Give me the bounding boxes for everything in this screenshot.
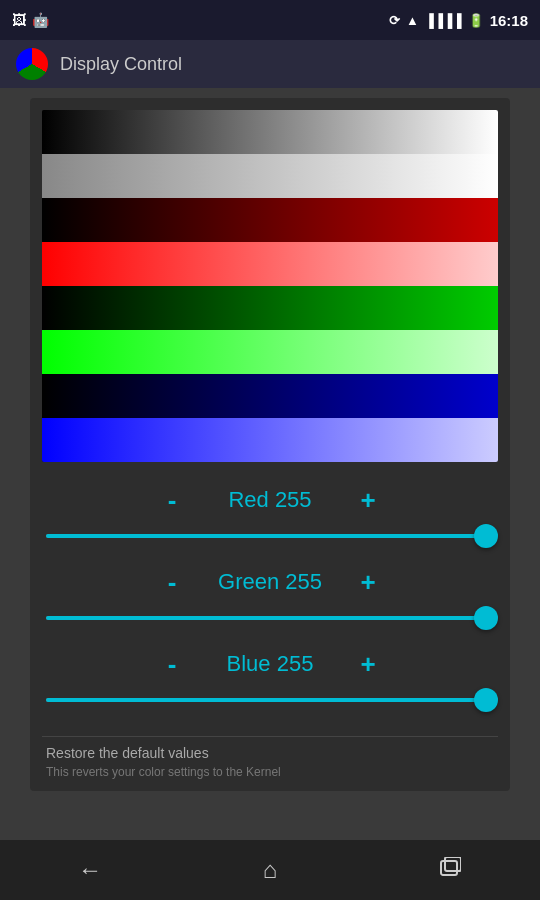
swatch-black-white — [42, 110, 498, 154]
color-panel — [42, 110, 498, 462]
home-button[interactable] — [240, 840, 300, 900]
swatch-dark-green — [42, 286, 498, 330]
svg-rect-1 — [445, 857, 461, 871]
red-slider-thumb[interactable] — [474, 524, 498, 548]
green-slider-thumb[interactable] — [474, 606, 498, 630]
orientation-icon: ⟳ — [389, 13, 400, 28]
dialog: - Red 255 + - Green 255 + — [30, 98, 510, 791]
green-label: Green 255 — [210, 569, 330, 595]
blue-decrement-button[interactable]: - — [154, 646, 190, 682]
controls: - Red 255 + - Green 255 + — [42, 478, 498, 732]
swatch-gray — [42, 154, 498, 198]
recents-icon — [439, 857, 461, 883]
status-bar-left: 🖼 🤖 — [12, 12, 49, 28]
blue-control-row: - Blue 255 + — [42, 646, 498, 710]
red-slider-fill — [46, 534, 494, 538]
red-decrement-button[interactable]: - — [154, 482, 190, 518]
red-slider-container[interactable] — [42, 526, 498, 546]
app-logo — [16, 48, 48, 80]
battery-icon: 🔋 — [468, 13, 484, 28]
back-icon — [78, 856, 102, 884]
signal-icon: ▐▐▐▐ — [425, 13, 462, 28]
back-button[interactable] — [60, 840, 120, 900]
green-increment-button[interactable]: + — [350, 564, 386, 600]
swatch-green-white — [42, 330, 498, 374]
red-label: Red 255 — [210, 487, 330, 513]
app-title: Display Control — [60, 54, 182, 75]
swatch-dark-red — [42, 198, 498, 242]
green-slider-container[interactable] — [42, 608, 498, 628]
status-bar-right: ⟳ ▲ ▐▐▐▐ 🔋 16:18 — [389, 12, 528, 29]
bottom-nav — [0, 840, 540, 900]
android-icon: 🤖 — [32, 12, 49, 28]
green-control-row: - Green 255 + — [42, 564, 498, 628]
red-slider-track — [46, 534, 494, 538]
blue-slider-fill — [46, 698, 494, 702]
recents-button[interactable] — [420, 840, 480, 900]
restore-title: Restore the default values — [46, 745, 494, 761]
green-label-row: - Green 255 + — [42, 564, 498, 600]
app-bar: Display Control — [0, 40, 540, 88]
gallery-icon: 🖼 — [12, 12, 26, 28]
blue-label: Blue 255 — [210, 651, 330, 677]
red-control-row: - Red 255 + — [42, 482, 498, 546]
blue-increment-button[interactable]: + — [350, 646, 386, 682]
restore-description: This reverts your color settings to the … — [46, 765, 494, 779]
red-label-row: - Red 255 + — [42, 482, 498, 518]
red-increment-button[interactable]: + — [350, 482, 386, 518]
blue-label-row: - Blue 255 + — [42, 646, 498, 682]
blue-slider-thumb[interactable] — [474, 688, 498, 712]
green-decrement-button[interactable]: - — [154, 564, 190, 600]
clock: 16:18 — [490, 12, 528, 29]
blue-slider-container[interactable] — [42, 690, 498, 710]
wifi-icon: ▲ — [406, 13, 419, 28]
main-content: - Red 255 + - Green 255 + — [0, 88, 540, 840]
green-slider-track — [46, 616, 494, 620]
blue-slider-track — [46, 698, 494, 702]
green-slider-fill — [46, 616, 494, 620]
home-icon — [263, 856, 278, 884]
swatch-dark-blue — [42, 374, 498, 418]
status-bar: 🖼 🤖 ⟳ ▲ ▐▐▐▐ 🔋 16:18 — [0, 0, 540, 40]
swatch-blue-white — [42, 418, 498, 462]
swatch-red-white — [42, 242, 498, 286]
svg-rect-0 — [441, 861, 457, 875]
restore-section[interactable]: Restore the default values This reverts … — [42, 736, 498, 779]
